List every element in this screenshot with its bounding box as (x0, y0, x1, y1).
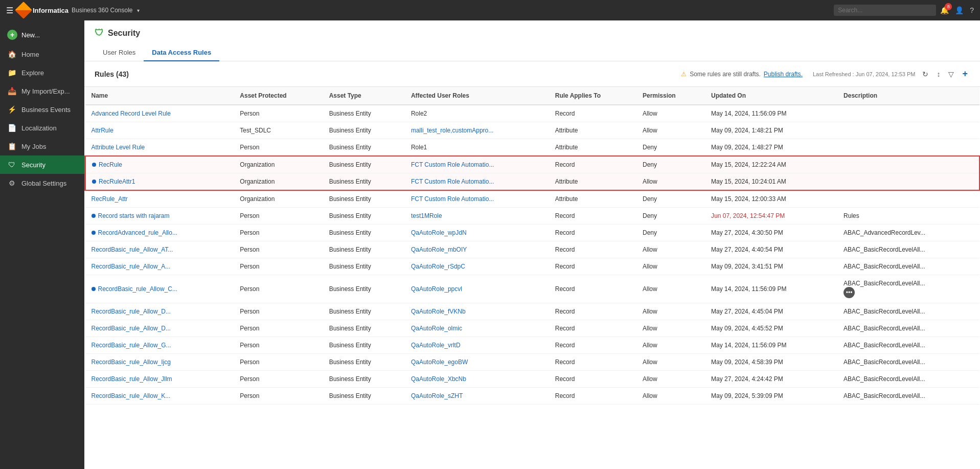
table-row[interactable]: RecordBasic_rule_Allow_D...PersonBusines… (85, 303, 980, 320)
table-row[interactable]: RecordBasic_rule_Allow_G...PersonBusines… (85, 337, 980, 354)
user-icon[interactable]: 👤 (955, 6, 964, 14)
add-button[interactable]: + (960, 66, 970, 81)
table-row[interactable]: Attribute Level RulePersonBusiness Entit… (85, 139, 980, 157)
affected-role-link[interactable]: QaAutoRole_vrltD (411, 342, 461, 349)
warning-icon: ⚠ (681, 71, 687, 78)
logo-diamond (15, 2, 32, 19)
rule-asset-protected: Organization (234, 173, 323, 191)
table-row[interactable]: RecordBasic_rule_Allow_C...PersonBusines… (85, 275, 980, 303)
table-row[interactable]: RecordBasic_rule_Allow_K...PersonBusines… (85, 388, 980, 405)
rule-asset-protected: Person (234, 337, 323, 354)
tab-data-access-rules[interactable]: Data Access Rules (144, 44, 219, 61)
rule-name-link[interactable]: RecordBasic_rule_Allow_Ijcg (92, 359, 171, 366)
sort-button[interactable]: ↕ (935, 68, 942, 80)
rule-asset-protected: Person (234, 320, 323, 337)
table-row[interactable]: RecordBasic_rule_Allow_D...PersonBusines… (85, 320, 980, 337)
rule-name-link[interactable]: RecordAdvanced_rule_Allo... (98, 229, 177, 236)
table-row[interactable]: RecordBasic_rule_Allow_JllmPersonBusines… (85, 371, 980, 388)
new-button[interactable]: + New... (0, 25, 84, 45)
rule-description (837, 122, 979, 139)
table-row[interactable]: RecRuleAttr1OrganizationBusiness EntityF… (85, 173, 980, 191)
affected-role-link[interactable]: QaAutoRole_XbcNb (411, 375, 466, 383)
rule-name-link[interactable]: RecordBasic_rule_Allow_A... (92, 263, 171, 270)
rule-name-link[interactable]: Advanced Record Level Rule (92, 110, 171, 117)
affected-role-link[interactable]: test1MRole (411, 212, 442, 219)
notifications-icon[interactable]: 🔔 8 (940, 6, 949, 14)
table-row[interactable]: RecRuleOrganizationBusiness EntityFCT Cu… (85, 156, 980, 173)
rule-asset-type: Business Entity (323, 225, 405, 241)
rule-updated-on: May 27, 2024, 4:24:42 PM (705, 371, 837, 388)
rule-description: Rules (837, 208, 979, 225)
rule-permission: Deny (636, 139, 705, 157)
affected-role-link[interactable]: malli_test_role,customAppro... (411, 127, 493, 134)
table-row[interactable]: AttrRuleTest_SDLCBusiness Entitymalli_te… (85, 122, 980, 139)
sidebar-item-explore[interactable]: 📁 Explore (0, 63, 84, 82)
table-row[interactable]: RecordBasic_rule_Allow_AT...PersonBusine… (85, 241, 980, 258)
rule-name-link[interactable]: RecordBasic_rule_Allow_C... (98, 285, 177, 293)
affected-role-link[interactable]: QaAutoRole_fVKNb (411, 308, 466, 315)
col-updated-on: Updated On (705, 87, 837, 105)
rule-description (837, 190, 979, 208)
hamburger-icon[interactable]: ☰ (6, 6, 13, 15)
rule-name-link[interactable]: RecordBasic_rule_Allow_G... (92, 342, 171, 349)
sidebar-item-global-settings[interactable]: ⚙ Global Settings (0, 174, 84, 192)
rule-asset-protected: Organization (234, 156, 323, 173)
rule-updated-on: May 27, 2024, 4:45:04 PM (705, 303, 837, 320)
affected-role-link[interactable]: QaAutoRole_sZHT (411, 392, 463, 399)
table-row[interactable]: RecordAdvanced_rule_Allo...PersonBusines… (85, 225, 980, 241)
rule-asset-protected: Person (234, 241, 323, 258)
sidebar-item-security[interactable]: 🛡 Security (0, 155, 84, 174)
rule-updated-on: May 14, 2024, 11:56:09 PM (705, 337, 837, 354)
rule-asset-type: Business Entity (323, 208, 405, 225)
refresh-button[interactable]: ↻ (920, 68, 930, 80)
rule-asset-protected: Person (234, 105, 323, 122)
rule-applies-to: Attribute (549, 122, 636, 139)
table-row[interactable]: RecRule_AttrOrganizationBusiness EntityF… (85, 190, 980, 208)
rules-count: Rules (43) (95, 70, 129, 78)
tab-user-roles[interactable]: User Roles (95, 44, 144, 61)
affected-role-link[interactable]: QaAutoRole_ppcvl (411, 285, 462, 293)
search-input[interactable] (834, 5, 936, 16)
rule-name-link[interactable]: RecordBasic_rule_Allow_D... (92, 325, 171, 332)
rule-name-link[interactable]: RecordBasic_rule_Allow_D... (92, 308, 171, 315)
affected-role-link[interactable]: FCT Custom Role Automatio... (411, 178, 494, 185)
affected-role-link[interactable]: QaAutoRole_rSdpC (411, 263, 465, 270)
rule-name-link[interactable]: Attribute Level Rule (92, 144, 145, 151)
table-row[interactable]: RecordBasic_rule_Allow_A...PersonBusines… (85, 258, 980, 275)
rule-name-link[interactable]: RecordBasic_rule_Allow_Jllm (92, 375, 172, 383)
help-icon[interactable]: ? (970, 6, 974, 14)
rule-applies-to: Record (549, 371, 636, 388)
affected-role-link[interactable]: QaAutoRole_olmic (411, 325, 462, 332)
table-row[interactable]: RecordBasic_rule_Allow_IjcgPersonBusines… (85, 354, 980, 371)
rule-affected-user-roles: QaAutoRole_XbcNb (405, 371, 549, 388)
filter-button[interactable]: ▽ (946, 68, 956, 80)
rule-name-link[interactable]: RecRule (99, 161, 122, 168)
sidebar-item-business-events[interactable]: ⚡ Business Events (0, 100, 84, 119)
context-menu-button[interactable]: ••• (844, 287, 855, 298)
rule-name-link[interactable]: RecordBasic_rule_Allow_AT... (92, 246, 173, 253)
rule-name-link[interactable]: AttrRule (92, 127, 113, 134)
rules-toolbar: Rules (43) ⚠ Some rules are still drafts… (84, 61, 980, 87)
rule-permission: Deny (636, 208, 705, 225)
affected-role-link[interactable]: FCT Custom Role Automatio... (411, 195, 494, 203)
sidebar-item-home[interactable]: 🏠 Home (0, 45, 84, 63)
sidebar-item-my-import[interactable]: 📥 My Import/Exp... (0, 82, 84, 100)
jobs-icon: 📋 (7, 142, 16, 150)
affected-role-link[interactable]: QaAutoRole_wpJdN (411, 229, 467, 236)
rule-name-link[interactable]: Record starts with rajaram (98, 212, 170, 219)
publish-drafts-link[interactable]: Publish drafts. (764, 71, 803, 78)
table-row[interactable]: Record starts with rajaramPersonBusiness… (85, 208, 980, 225)
affected-role-link[interactable]: QaAutoRole_egoBW (411, 359, 468, 366)
table-row[interactable]: Advanced Record Level RulePersonBusiness… (85, 105, 980, 122)
affected-role-link[interactable]: FCT Custom Role Automatio... (411, 161, 494, 168)
app-name: Informatica (33, 7, 69, 14)
rule-name-link[interactable]: RecordBasic_rule_Allow_K... (92, 392, 171, 399)
affected-role-link[interactable]: QaAutoRole_mbOIY (411, 246, 467, 253)
sidebar-item-localization[interactable]: 📄 Localization (0, 119, 84, 137)
content-area: 🛡 Security User Roles Data Access Rules … (84, 20, 980, 469)
rule-affected-user-roles: FCT Custom Role Automatio... (405, 173, 549, 191)
rule-name-link[interactable]: RecRule_Attr (92, 195, 128, 203)
rule-name-link[interactable]: RecRuleAttr1 (99, 178, 135, 185)
col-name: Name (85, 87, 234, 105)
sidebar-item-my-jobs[interactable]: 📋 My Jobs (0, 137, 84, 155)
